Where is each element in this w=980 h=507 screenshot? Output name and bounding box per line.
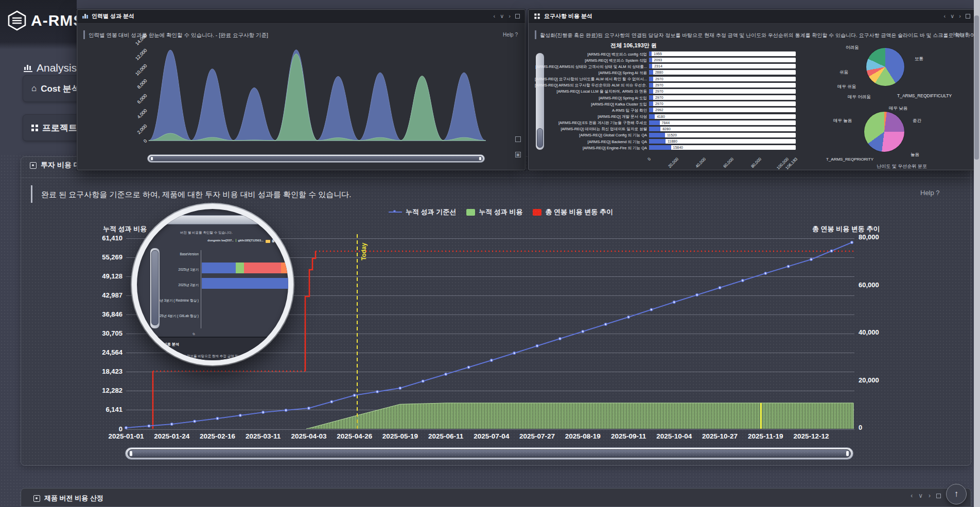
lens-footer-title: 비용 분석	[164, 342, 179, 347]
requirement-label: [ARMS-REQ] ES 전용 게시판 기능을 구현해 주세요	[535, 120, 647, 126]
requirement-bar-fill	[649, 64, 652, 68]
total-amount-label: 전체 106,193만 원	[610, 42, 657, 49]
requirement-value: 2970	[655, 83, 663, 88]
zoom-slider-left-handle[interactable]	[129, 450, 133, 457]
section-divider	[21, 178, 970, 178]
difficulty-pie[interactable]	[866, 48, 904, 86]
requirement-bar[interactable]: 2970	[649, 89, 796, 94]
fullscreen-icon[interactable]	[936, 494, 941, 498]
page-scrollbar[interactable]	[974, 0, 980, 507]
requirement-label: [ARMS-REQ] Engine-Fire 의 기능 QA	[535, 146, 647, 151]
requirement-bar[interactable]: 7644	[649, 120, 796, 125]
requirement-bar-fill	[649, 89, 653, 94]
requirement-bar[interactable]: 8280	[649, 127, 796, 131]
requirement-value: 2093	[654, 58, 662, 62]
export-icon[interactable]: ▣	[515, 152, 521, 158]
window2-description: 활성화(진행중 혹은 완료)된 요구사항의 연결된 담당자 정보를 바탕으로 현…	[540, 32, 980, 39]
requirement-bar[interactable]: 2093	[649, 58, 796, 62]
x-axis-date: 2025-07-04	[468, 432, 515, 440]
page-scrollbar-thumb[interactable]	[974, 15, 979, 160]
requirement-bar[interactable]: 2992	[649, 108, 796, 112]
window1-scrollbar[interactable]	[147, 154, 485, 163]
requirement-bar-fill	[649, 101, 653, 106]
legend-box-marker	[466, 209, 475, 216]
left-axis-tick: 55,269	[86, 253, 122, 261]
requirement-bar-fill	[649, 83, 653, 88]
app-logo[interactable]: A-RMS	[7, 10, 84, 31]
zoom-slider-thumb[interactable]	[128, 449, 851, 458]
left-axis-tick: 24,564	[86, 348, 122, 356]
requirement-label: [ARMS-REQ] Kafka Cluster 도입	[535, 102, 647, 107]
cost-button-label: Cost 분석	[41, 83, 80, 95]
requirement-bar[interactable]: 2314	[649, 64, 796, 68]
fullscreen-icon[interactable]	[966, 14, 970, 19]
chart-legend: 누적 성과 기준선누적 성과 비용총 연봉 비용 변동 추이	[389, 207, 613, 217]
x-axis-date: 2025-02-16	[194, 432, 240, 440]
product-version-panel: 제품 버전 비용 산정 ‹∨›	[21, 488, 971, 507]
lens-legend-label: gkfn185[712503...	[238, 239, 264, 242]
requirement-bar[interactable]: 1955	[649, 51, 796, 56]
requirement-bar-fill	[649, 95, 653, 100]
requirement-bar[interactable]: 11520	[649, 133, 796, 137]
requirement-bar-fill	[649, 139, 666, 144]
today-label: Today	[360, 243, 367, 260]
difficulty-slice-label: 매우 쉬움	[837, 84, 856, 90]
section-icon	[30, 162, 37, 169]
requirement-bar-fill	[649, 114, 655, 119]
x-axis-date: 2025-04-26	[331, 432, 378, 440]
legend-item[interactable]: 누적 성과 비용	[466, 207, 522, 217]
left-axis-tick: 6,141	[86, 406, 122, 413]
legend-item[interactable]: 누적 성과 기준선	[389, 207, 456, 217]
requirement-value: 8280	[662, 127, 671, 131]
magnifier-lens[interactable]: 버전 별 비용을 확인할 수 있습니다.dongmin lee[557...gk…	[132, 204, 293, 365]
requirement-label: [ARMS-REQ] Spring Ai 도입	[535, 96, 647, 101]
requirement-bar-fill	[649, 133, 665, 137]
x-axis-date: 2025-06-11	[423, 432, 469, 440]
difficulty-slice-label: 매우 어려움	[848, 94, 871, 100]
scroll-to-top-button[interactable]: ↑	[946, 484, 967, 504]
requirement-label: [ARMS-REQ] ARMS의 요구사항 우선순위와 ALM 의 이슈 우선순…	[535, 83, 647, 88]
bottom-panel-icon	[33, 495, 40, 502]
legend-item[interactable]: 총 연봉 비용 변동 추이	[533, 207, 612, 217]
requirement-bar[interactable]: 4180	[649, 114, 796, 119]
requirement-label: [ARMS-REQ] Global Config 의 기능 QA	[535, 133, 647, 138]
difficulty-slice-label: 어려움	[846, 45, 859, 51]
requirement-bar[interactable]: 2970	[649, 77, 796, 81]
chevron-right-icon[interactable]: ›	[929, 493, 931, 499]
requirement-bar-fill	[649, 58, 652, 62]
lens-xtick: 0	[192, 332, 196, 336]
chevron-left-icon[interactable]: ‹	[944, 13, 946, 19]
chevron-right-icon[interactable]: ›	[959, 13, 961, 19]
window-personnel-performance: 인력별 성과 분석 ‹∨› 인력별 연봉 대비 성과를 한눈에 확인할 수 있습…	[77, 9, 526, 170]
requirement-bar[interactable]: 2970	[649, 101, 796, 106]
difficulty-pie-chart[interactable]: 보통T_ARMS_REQDIFFICULTY매우 어려움매우 쉬움쉬움어려움	[837, 44, 972, 106]
section-title: 투자 비용 대	[41, 161, 81, 170]
window2-help-link[interactable]: Help ?	[953, 32, 968, 38]
pies-caption: 난이도 및 우선순위 분포	[848, 163, 956, 170]
lens-mini-slider-thumb[interactable]	[151, 250, 159, 325]
section-title-row: 투자 비용 대	[30, 161, 81, 170]
requirement-bar[interactable]: 2970	[649, 95, 796, 100]
chart-zoom-slider[interactable]	[125, 447, 853, 460]
chevron-left-icon[interactable]: ‹	[911, 493, 913, 499]
chevron-down-icon[interactable]: ∨	[950, 13, 954, 19]
lens-axis-line	[201, 250, 201, 328]
requirement-bar[interactable]: 2880	[649, 70, 796, 75]
chevron-down-icon[interactable]: ∨	[918, 493, 923, 499]
window2-titlebar[interactable]: 요구사항 비용 분석 ‹∨›	[529, 10, 975, 23]
requirement-bar[interactable]: 2970	[649, 83, 796, 88]
zoom-slider-right-handle[interactable]	[846, 450, 849, 457]
requirement-bar-fill	[649, 145, 671, 150]
requirement-bar[interactable]: 15840	[649, 145, 796, 150]
requirement-bar[interactable]: 11880	[649, 139, 796, 144]
priority-slice-label: T_ARMS_REQPRIORITY	[826, 157, 873, 162]
requirement-label: [ARMS-REQ] 백오피스 System 작업	[535, 58, 647, 63]
priority-pie[interactable]	[864, 112, 904, 152]
x-axis-date: 2025-03-11	[240, 432, 286, 440]
legend-label: 총 연봉 비용 변동 추이	[545, 207, 612, 217]
lens-mini-slider[interactable]	[150, 248, 160, 328]
requirement-value: 2314	[654, 64, 662, 68]
priority-pie-chart[interactable]: 매우 낮음중간높음T_ARMS_REQPRIORITY매우 높음	[826, 106, 976, 170]
restore-icon[interactable]	[515, 136, 521, 142]
main-help-link[interactable]: Help ?	[920, 189, 940, 197]
